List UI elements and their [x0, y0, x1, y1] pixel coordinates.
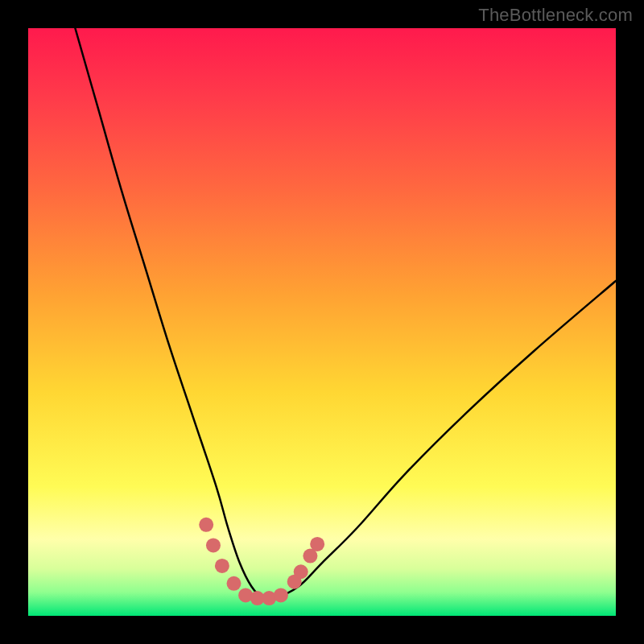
watermark-text: TheBottleneck.com	[478, 5, 633, 26]
highlight-dot	[199, 518, 213, 532]
chart-frame: TheBottleneck.com	[0, 0, 644, 644]
highlight-dot	[227, 576, 242, 591]
highlight-dot	[294, 564, 308, 579]
curve-layer	[28, 28, 616, 616]
highlight-dot	[206, 538, 221, 552]
bottleneck-curve	[75, 28, 616, 600]
highlight-dot	[310, 537, 324, 551]
highlight-dot	[215, 559, 229, 573]
highlight-dots	[199, 518, 324, 605]
highlight-dot	[274, 588, 288, 602]
plot-area	[28, 28, 616, 616]
